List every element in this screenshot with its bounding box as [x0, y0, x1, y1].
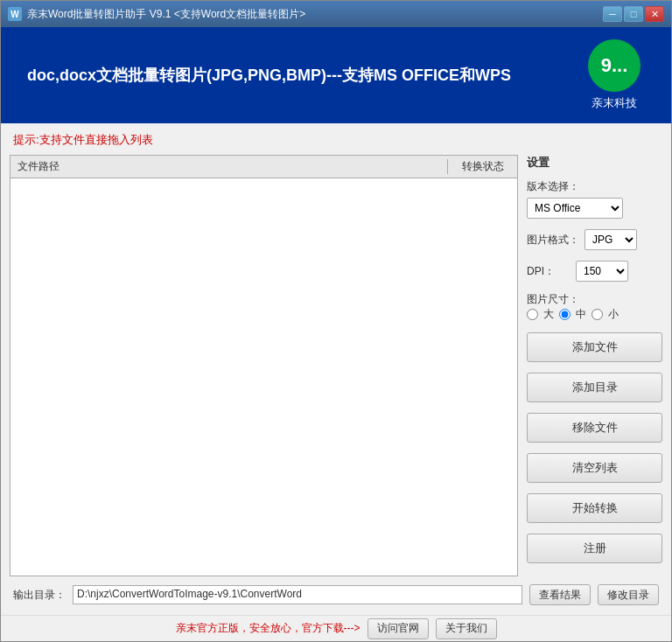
file-list-area: 文件路径 转换状态 [10, 155, 518, 576]
logo-circle: 9... [588, 39, 640, 92]
format-select[interactable]: JPG PNG BMP [584, 229, 637, 250]
version-label: 版本选择： [527, 179, 579, 194]
close-button[interactable]: ✕ [645, 6, 664, 22]
footer-text: 亲末官方正版，安全放心，官方下载---> [176, 621, 360, 636]
logo-text: 亲末科技 [592, 95, 637, 111]
output-label: 输出目录： [13, 588, 66, 603]
title-bar-text: 亲末Word批量转图片助手 V9.1 <支持Word文档批量转图片> [27, 7, 305, 22]
remove-file-button[interactable]: 移除文件 [527, 413, 662, 443]
col-status-header: 转换状态 [447, 159, 517, 174]
title-bar-controls: ─ □ ✕ [603, 6, 664, 22]
size-small-label: 小 [608, 307, 619, 322]
size-medium-radio[interactable] [559, 309, 570, 320]
title-bar: W 亲末Word批量转图片助手 V9.1 <支持Word文档批量转图片> ─ □… [1, 1, 671, 27]
version-row: 版本选择： MS Office WPS [527, 179, 662, 222]
size-row: 图片尺寸： 大 中 小 [527, 292, 662, 325]
clear-list-button[interactable]: 清空列表 [527, 453, 662, 483]
title-bar-left: W 亲末Word批量转图片助手 V9.1 <支持Word文档批量转图片> [8, 7, 305, 22]
register-button[interactable]: 注册 [527, 534, 662, 563]
settings-title: 设置 [527, 155, 662, 171]
format-label: 图片格式： [527, 233, 579, 248]
file-list-body[interactable] [10, 178, 517, 576]
dpi-select[interactable]: 72 96 120 150 200 300 [576, 261, 628, 282]
output-path: D:\njxz\ConvertWordToImage-v9.1\ConvertW… [73, 585, 522, 604]
dpi-label: DPI： [527, 264, 570, 279]
size-medium-label: 中 [576, 307, 586, 322]
version-select-row: MS Office WPS [527, 198, 662, 219]
change-dir-button[interactable]: 修改目录 [598, 584, 659, 605]
format-row: 图片格式： JPG PNG BMP [527, 229, 662, 250]
size-large-radio[interactable] [527, 309, 538, 320]
visit-website-button[interactable]: 访问官网 [368, 618, 429, 639]
bottom-bar: 输出目录： D:\njxz\ConvertWordToImage-v9.1\Co… [10, 582, 662, 608]
app-icon: W [8, 7, 22, 21]
main-area: 文件路径 转换状态 设置 版本选择： MS Office WPS [10, 155, 662, 576]
add-file-button[interactable]: 添加文件 [527, 332, 662, 362]
header-title: doc,docx文档批量转图片(JPG,PNG,BMP)---支持MS OFFI… [27, 65, 511, 86]
size-label: 图片尺寸： [527, 293, 579, 305]
maximize-button[interactable]: □ [624, 6, 643, 22]
logo-area: 9... 亲末科技 [575, 36, 654, 115]
add-dir-button[interactable]: 添加目录 [527, 373, 662, 402]
version-select[interactable]: MS Office WPS [527, 198, 623, 219]
version-label-row: 版本选择： [527, 179, 662, 194]
content-area: 提示:支持文件直接拖入列表 文件路径 转换状态 设置 版本选择： [1, 123, 671, 615]
main-window: W 亲末Word批量转图片助手 V9.1 <支持Word文档批量转图片> ─ □… [0, 0, 672, 642]
start-convert-button[interactable]: 开始转换 [527, 493, 662, 523]
footer: 亲末官方正版，安全放心，官方下载---> 访问官网 关于我们 [1, 615, 671, 641]
minimize-button[interactable]: ─ [603, 6, 622, 22]
size-radio-group: 大 中 小 [527, 307, 662, 322]
about-us-button[interactable]: 关于我们 [436, 618, 497, 639]
header: doc,docx文档批量转图片(JPG,PNG,BMP)---支持MS OFFI… [1, 27, 671, 123]
size-small-radio[interactable] [592, 309, 603, 320]
dpi-row: DPI： 72 96 120 150 200 300 [527, 261, 662, 282]
size-large-label: 大 [543, 307, 554, 322]
file-list-header: 文件路径 转换状态 [10, 156, 517, 178]
settings-panel: 设置 版本选择： MS Office WPS 图片格式： [527, 155, 662, 576]
hint-bar: 提示:支持文件直接拖入列表 [10, 130, 662, 150]
view-results-button[interactable]: 查看结果 [529, 584, 591, 605]
col-path-header: 文件路径 [10, 159, 447, 174]
